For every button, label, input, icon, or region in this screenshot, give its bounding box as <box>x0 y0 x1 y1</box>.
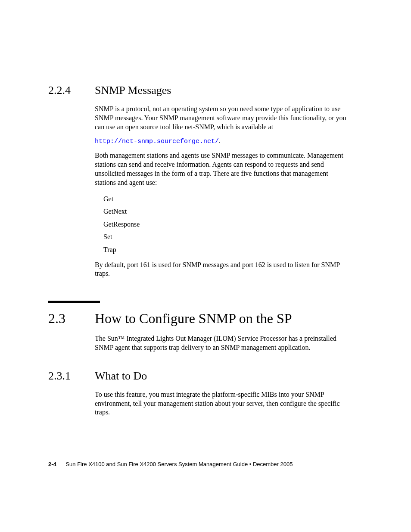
section-title: What to Do <box>95 370 147 383</box>
section-number: 2.3.1 <box>48 370 95 383</box>
section-number: 2.3 <box>48 311 95 327</box>
section-number: 2.2.4 <box>48 84 95 97</box>
list-item: Get <box>103 193 346 205</box>
section-rule <box>48 301 100 303</box>
section-title: SNMP Messages <box>95 84 171 97</box>
footer-text: Sun Fire X4100 and Sun Fire X4200 Server… <box>65 461 293 467</box>
link-line: http://net-snmp.sourceforge.net/. <box>95 137 346 145</box>
paragraph: Both management stations and agents use … <box>95 151 346 187</box>
page-number: 2-4 <box>48 461 56 467</box>
paragraph: The Sun™ Integrated Lights Out Manager (… <box>95 334 346 352</box>
section-title: How to Configure SNMP on the SP <box>95 311 292 327</box>
list-item: GetNext <box>103 206 346 217</box>
list-item: GetResponse <box>103 219 346 230</box>
section-23: 2.3 How to Configure SNMP on the SP The … <box>48 301 346 352</box>
list-item: Trap <box>103 244 346 255</box>
function-list: Get GetNext GetResponse Set Trap <box>103 193 346 255</box>
section-231-header: 2.3.1 What to Do <box>48 370 346 383</box>
paragraph: SNMP is a protocol, not an operating sys… <box>95 105 346 131</box>
paragraph: To use this feature, you must integrate … <box>95 390 346 417</box>
section-231: 2.3.1 What to Do To use this feature, yo… <box>48 370 346 417</box>
page-content: 2.2.4 SNMP Messages SNMP is a protocol, … <box>0 0 411 417</box>
list-item: Set <box>103 231 346 243</box>
page-footer: 2-4 Sun Fire X4100 and Sun Fire X4200 Se… <box>48 461 293 467</box>
paragraph: By default, port 161 is used for SNMP me… <box>95 261 346 279</box>
section-23-header: 2.3 How to Configure SNMP on the SP <box>48 311 346 327</box>
section-224-header: 2.2.4 SNMP Messages <box>48 84 346 97</box>
net-snmp-link[interactable]: http://net-snmp.sourceforge.net/ <box>95 138 219 145</box>
